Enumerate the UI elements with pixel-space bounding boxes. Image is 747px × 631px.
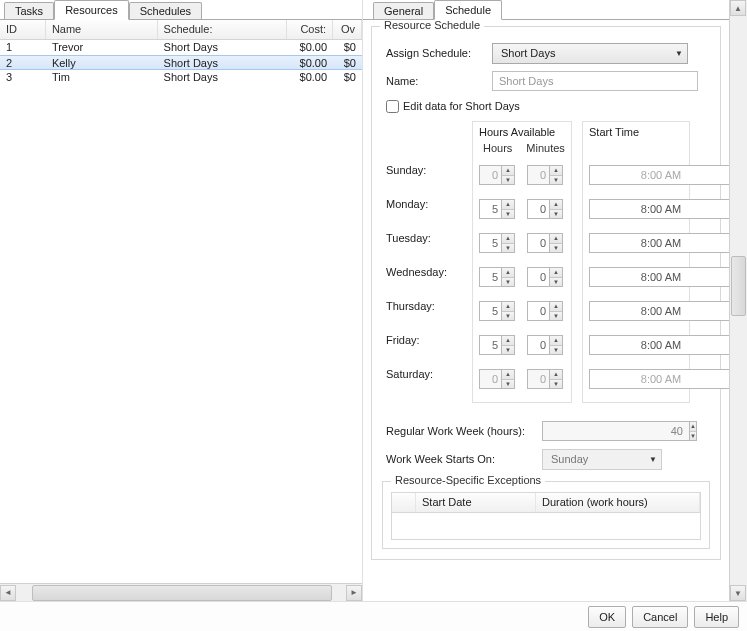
chevron-down-icon[interactable]: ▼ <box>502 244 514 253</box>
start-time-spinner[interactable]: ▲▼ <box>589 199 665 219</box>
spinner-buttons[interactable]: ▲▼ <box>501 369 515 389</box>
tab-resources[interactable]: Resources <box>54 0 129 20</box>
ok-button[interactable]: OK <box>588 606 626 628</box>
week-starts-dropdown[interactable]: Sunday ▼ <box>542 449 662 470</box>
chevron-down-icon[interactable]: ▼ <box>502 210 514 219</box>
scroll-right-arrow-icon[interactable]: ► <box>346 585 362 601</box>
col-header-id[interactable]: ID <box>0 20 46 39</box>
col-header-cost[interactable]: Cost: <box>287 20 333 39</box>
chevron-up-icon[interactable]: ▲ <box>502 234 514 244</box>
start-time-input[interactable] <box>589 165 732 185</box>
chevron-down-icon[interactable]: ▼ <box>550 278 562 287</box>
spinner-buttons[interactable]: ▲▼ <box>501 301 515 321</box>
col-header-schedule[interactable]: Schedule: <box>158 20 288 39</box>
chevron-up-icon[interactable]: ▲ <box>550 268 562 278</box>
regular-week-spinner[interactable]: ▲▼ <box>542 421 600 441</box>
hours-input[interactable] <box>479 335 501 355</box>
chevron-down-icon[interactable]: ▼ <box>550 346 562 355</box>
spinner-buttons[interactable]: ▲▼ <box>689 421 697 441</box>
hours-spinner[interactable]: ▲▼ <box>479 199 517 219</box>
minutes-input[interactable] <box>527 199 549 219</box>
start-time-input[interactable] <box>589 369 732 389</box>
table-row[interactable]: 3TimShort Days$0.00$0 <box>0 70 362 85</box>
minutes-spinner[interactable]: ▲▼ <box>527 301 565 321</box>
scroll-thumb[interactable] <box>731 256 746 316</box>
spinner-buttons[interactable]: ▲▼ <box>549 335 563 355</box>
name-input[interactable] <box>492 71 698 91</box>
spinner-buttons[interactable]: ▲▼ <box>549 301 563 321</box>
chevron-down-icon[interactable]: ▼ <box>550 244 562 253</box>
cancel-button[interactable]: Cancel <box>632 606 688 628</box>
hours-spinner[interactable]: ▲▼ <box>479 165 517 185</box>
chevron-down-icon[interactable]: ▼ <box>550 312 562 321</box>
hours-input[interactable] <box>479 301 501 321</box>
start-time-input[interactable] <box>589 335 732 355</box>
exceptions-body[interactable] <box>392 513 700 539</box>
start-time-spinner[interactable]: ▲▼ <box>589 335 665 355</box>
minutes-input[interactable] <box>527 165 549 185</box>
scroll-left-arrow-icon[interactable]: ◄ <box>0 585 16 601</box>
table-row[interactable]: 1TrevorShort Days$0.00$0 <box>0 40 362 55</box>
spinner-buttons[interactable]: ▲▼ <box>549 267 563 287</box>
hours-input[interactable] <box>479 165 501 185</box>
hours-spinner[interactable]: ▲▼ <box>479 301 517 321</box>
spinner-buttons[interactable]: ▲▼ <box>501 199 515 219</box>
tab-schedules[interactable]: Schedules <box>129 2 202 19</box>
start-time-spinner[interactable]: ▲▼ <box>589 301 665 321</box>
chevron-down-icon[interactable]: ▼ <box>550 176 562 185</box>
assign-schedule-dropdown[interactable]: Short Days ▼ <box>492 43 688 64</box>
col-header-name[interactable]: Name <box>46 20 158 39</box>
exceptions-col-duration[interactable]: Duration (work hours) <box>536 493 700 512</box>
start-time-spinner[interactable]: ▲▼ <box>589 267 665 287</box>
minutes-input[interactable] <box>527 267 549 287</box>
minutes-spinner[interactable]: ▲▼ <box>527 233 565 253</box>
minutes-spinner[interactable]: ▲▼ <box>527 369 565 389</box>
horizontal-scrollbar[interactable]: ◄ ► <box>0 583 362 601</box>
spinner-buttons[interactable]: ▲▼ <box>549 369 563 389</box>
chevron-up-icon[interactable]: ▲ <box>550 166 562 176</box>
chevron-down-icon[interactable]: ▼ <box>502 312 514 321</box>
hours-spinner[interactable]: ▲▼ <box>479 369 517 389</box>
scroll-down-arrow-icon[interactable]: ▼ <box>730 585 746 601</box>
minutes-input[interactable] <box>527 335 549 355</box>
chevron-up-icon[interactable]: ▲ <box>550 336 562 346</box>
spinner-buttons[interactable]: ▲▼ <box>501 233 515 253</box>
regular-week-input[interactable] <box>542 421 689 441</box>
hours-input[interactable] <box>479 267 501 287</box>
chevron-up-icon[interactable]: ▲ <box>550 234 562 244</box>
chevron-up-icon[interactable]: ▲ <box>502 268 514 278</box>
tab-general[interactable]: General <box>373 2 434 19</box>
exceptions-table[interactable]: Start Date Duration (work hours) <box>391 492 701 540</box>
hours-input[interactable] <box>479 233 501 253</box>
chevron-down-icon[interactable]: ▼ <box>550 210 562 219</box>
scroll-up-arrow-icon[interactable]: ▲ <box>730 0 746 16</box>
minutes-spinner[interactable]: ▲▼ <box>527 199 565 219</box>
chevron-up-icon[interactable]: ▲ <box>502 200 514 210</box>
chevron-up-icon[interactable]: ▲ <box>550 370 562 380</box>
chevron-down-icon[interactable]: ▼ <box>502 278 514 287</box>
spinner-buttons[interactable]: ▲▼ <box>501 267 515 287</box>
chevron-up-icon[interactable]: ▲ <box>502 302 514 312</box>
minutes-input[interactable] <box>527 233 549 253</box>
chevron-down-icon[interactable]: ▼ <box>502 380 514 389</box>
start-time-spinner[interactable]: ▲▼ <box>589 233 665 253</box>
hours-spinner[interactable]: ▲▼ <box>479 335 517 355</box>
chevron-up-icon[interactable]: ▲ <box>502 370 514 380</box>
start-time-input[interactable] <box>589 233 732 253</box>
exceptions-col-blank[interactable] <box>392 493 416 512</box>
start-time-input[interactable] <box>589 267 732 287</box>
start-time-spinner[interactable]: ▲▼ <box>589 165 665 185</box>
chevron-up-icon[interactable]: ▲ <box>502 336 514 346</box>
chevron-up-icon[interactable]: ▲ <box>690 422 696 432</box>
table-row[interactable]: 2KellyShort Days$0.00$0 <box>0 55 362 70</box>
spinner-buttons[interactable]: ▲▼ <box>501 165 515 185</box>
start-time-input[interactable] <box>589 301 732 321</box>
minutes-spinner[interactable]: ▲▼ <box>527 165 565 185</box>
hours-spinner[interactable]: ▲▼ <box>479 233 517 253</box>
hours-spinner[interactable]: ▲▼ <box>479 267 517 287</box>
chevron-down-icon[interactable]: ▼ <box>502 176 514 185</box>
chevron-up-icon[interactable]: ▲ <box>550 302 562 312</box>
col-header-ov[interactable]: Ov <box>333 20 362 39</box>
chevron-down-icon[interactable]: ▼ <box>550 380 562 389</box>
help-button[interactable]: Help <box>694 606 739 628</box>
